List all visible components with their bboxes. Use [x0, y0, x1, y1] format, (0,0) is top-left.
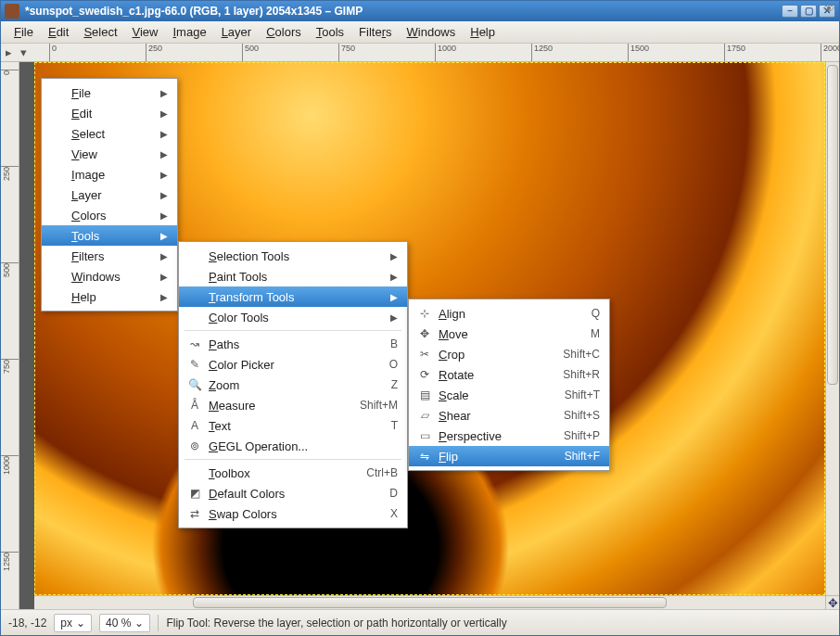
status-hint: Flip Tool: Reverse the layer, selection … — [166, 617, 506, 630]
menu-item-move[interactable]: ✥MoveM — [409, 324, 609, 344]
menu-item-perspective[interactable]: ▭PerspectiveShift+P — [409, 426, 609, 446]
chevron-right-icon: ▶ — [160, 88, 168, 98]
statusbar: -18, -12 px⌄ 40 %⌄ Flip Tool: Reverse th… — [1, 609, 839, 635]
rotate-icon: ⟳ — [416, 368, 433, 381]
menu-item-windows[interactable]: Windows▶ — [42, 266, 177, 286]
chevron-right-icon: ▶ — [160, 292, 168, 302]
menu-item-scale[interactable]: ▤ScaleShift+T — [409, 385, 609, 405]
menu-view[interactable]: View — [125, 23, 166, 41]
app-icon — [5, 4, 19, 19]
menu-item-measure[interactable]: ÅMeasureShift+M — [179, 395, 407, 415]
menu-item-paths[interactable]: ↝PathsB — [179, 334, 407, 354]
unit-selector[interactable]: px⌄ — [54, 614, 92, 632]
menu-dropdown-icon[interactable]: ▾ — [16, 44, 31, 61]
context-menu-main: File▶Edit▶Select▶View▶Image▶Layer▶Colors… — [41, 78, 178, 312]
scroll-thumb-h[interactable] — [193, 597, 668, 608]
menu-item-selection-tools[interactable]: Selection Tools▶ — [179, 246, 407, 266]
quickmask-icon[interactable]: ▸ — [1, 44, 16, 61]
menu-item-flip[interactable]: ⇋FlipShift+F — [409, 446, 609, 466]
context-menu-tools: Selection Tools▶Paint Tools▶Transform To… — [178, 241, 408, 528]
chevron-right-icon: ▶ — [160, 149, 168, 159]
chevron-right-icon: ▶ — [160, 170, 168, 180]
minimize-button[interactable]: – — [782, 5, 798, 18]
menu-item-paint-tools[interactable]: Paint Tools▶ — [179, 266, 407, 286]
chevron-down-icon: ⌄ — [134, 617, 144, 630]
chevron-down-icon: ⌄ — [76, 617, 85, 630]
move-icon: ✥ — [416, 327, 433, 340]
chevron-right-icon: ▶ — [390, 312, 398, 323]
menu-edit[interactable]: Edit — [41, 23, 76, 41]
window-title: *sunspot_swedish_c1.jpg-66.0 (RGB, 1 lay… — [25, 5, 363, 18]
menu-item-file[interactable]: File▶ — [42, 83, 177, 103]
shear-icon: ▱ — [416, 409, 433, 422]
swap-colors-icon: ⇄ — [186, 507, 203, 520]
menu-colors[interactable]: Colors — [259, 23, 309, 41]
titlebar[interactable]: *sunspot_swedish_c1.jpg-66.0 (RGB, 1 lay… — [1, 1, 839, 21]
menu-layer[interactable]: Layer — [214, 23, 260, 41]
flip-icon: ⇋ — [416, 450, 433, 463]
menu-item-shear[interactable]: ▱ShearShift+S — [409, 405, 609, 426]
chevron-right-icon: ▶ — [160, 272, 168, 282]
menu-item-color-tools[interactable]: Color Tools▶ — [179, 307, 407, 327]
default-colors-icon: ◩ — [186, 487, 203, 500]
crop-icon: ✂ — [416, 348, 433, 361]
ruler-top-row: ▸ ▾ 025050075010001250150017502000 👁 — [1, 44, 839, 62]
menu-item-transform-tools[interactable]: Transform Tools▶ — [179, 286, 407, 307]
menu-item-default-colors[interactable]: ◩Default ColorsD — [179, 483, 407, 503]
scrollbar-vertical[interactable] — [825, 62, 839, 595]
chevron-right-icon: ▶ — [390, 272, 398, 282]
paths-icon: ↝ — [186, 337, 203, 350]
menu-item-image[interactable]: Image▶ — [42, 164, 177, 184]
context-menu-transform: ⊹AlignQ✥MoveM✂CropShift+C⟳RotateShift+R▤… — [408, 299, 610, 471]
eye-icon[interactable]: 👁 — [823, 2, 838, 15]
menu-item-select[interactable]: Select▶ — [42, 123, 177, 144]
menu-item-layer[interactable]: Layer▶ — [42, 184, 177, 205]
menu-item-gegl-operation-[interactable]: ⊚GEGL Operation... — [179, 436, 407, 456]
chevron-right-icon: ▶ — [390, 251, 398, 261]
align-icon: ⊹ — [416, 307, 433, 320]
ruler-horizontal[interactable]: 025050075010001250150017502000 — [31, 44, 839, 61]
chevron-right-icon: ▶ — [160, 210, 168, 221]
measure-icon: Å — [186, 399, 203, 412]
ruler-vertical[interactable]: 025050075010001250 — [1, 62, 19, 609]
ruler-corner[interactable]: ▸ ▾ — [1, 44, 31, 61]
chevron-right-icon: ▶ — [160, 129, 168, 139]
menu-item-crop[interactable]: ✂CropShift+C — [409, 344, 609, 364]
menu-file[interactable]: File — [6, 23, 41, 41]
menu-image[interactable]: Image — [165, 23, 213, 41]
chevron-right-icon: ▶ — [160, 251, 168, 261]
menu-item-filters[interactable]: Filters▶ — [42, 246, 177, 266]
chevron-right-icon: ▶ — [160, 108, 168, 119]
zoom-icon: 🔍 — [186, 378, 203, 391]
menu-item-tools[interactable]: Tools▶ — [42, 225, 177, 246]
menu-item-text[interactable]: ATextT — [179, 415, 407, 436]
menu-help[interactable]: Help — [463, 23, 503, 41]
color-picker-icon: ✎ — [186, 358, 203, 371]
menubar: File Edit Select View Image Layer Colors… — [1, 21, 839, 44]
perspective-icon: ▭ — [416, 429, 433, 442]
menu-item-edit[interactable]: Edit▶ — [42, 103, 177, 123]
gegl-operation--icon: ⊚ — [186, 439, 203, 452]
nav-icon[interactable]: ✥ — [825, 595, 839, 609]
menu-tools[interactable]: Tools — [309, 23, 351, 41]
maximize-button[interactable]: ▢ — [800, 5, 817, 18]
zoom-selector[interactable]: 40 %⌄ — [99, 614, 150, 632]
chevron-right-icon: ▶ — [390, 292, 398, 302]
menu-item-swap-colors[interactable]: ⇄Swap ColorsX — [179, 503, 407, 524]
menu-item-colors[interactable]: Colors▶ — [42, 205, 177, 225]
menu-item-align[interactable]: ⊹AlignQ — [409, 303, 609, 324]
menu-filters[interactable]: Filters — [351, 23, 399, 41]
separator — [158, 615, 159, 631]
scrollbar-horizontal[interactable] — [34, 595, 825, 609]
text-icon: A — [186, 419, 203, 432]
menu-item-rotate[interactable]: ⟳RotateShift+R — [409, 364, 609, 385]
scroll-thumb-v[interactable] — [827, 65, 838, 385]
menu-item-help[interactable]: Help▶ — [42, 286, 177, 307]
menu-windows[interactable]: Windows — [400, 23, 464, 41]
scale-icon: ▤ — [416, 388, 433, 401]
menu-item-view[interactable]: View▶ — [42, 144, 177, 164]
menu-item-toolbox[interactable]: ToolboxCtrl+B — [179, 463, 407, 483]
menu-item-zoom[interactable]: 🔍ZoomZ — [179, 375, 407, 395]
menu-item-color-picker[interactable]: ✎Color PickerO — [179, 354, 407, 375]
menu-select[interactable]: Select — [76, 23, 124, 41]
